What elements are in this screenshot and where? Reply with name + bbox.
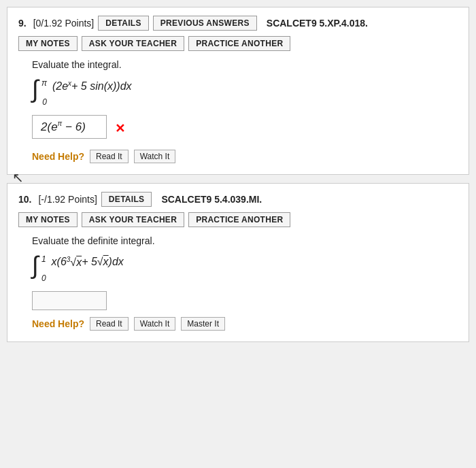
problem-2-code: SCALCET9 5.4.039.MI. [161,194,262,205]
problem-2-description: Evaluate the definite integral. [32,235,458,246]
my-notes-button-1[interactable]: MY NOTES [18,36,78,51]
need-help-row-1: Need Help? Read It Watch It [32,150,458,163]
my-notes-button-2[interactable]: MY NOTES [18,212,78,227]
integral-upper-2: 1 [41,254,46,264]
watch-it-button-1[interactable]: Watch It [134,150,176,163]
wrong-mark-1: ✕ [115,121,125,136]
answer-input-2[interactable] [32,291,107,310]
problem-1-code: SCALCET9 5.XP.4.018. [267,18,368,29]
integral-lower-2: 0 [41,273,46,283]
problem-1-body: Evaluate the integral. ∫ π 0 (2ex + 5 si… [18,59,458,163]
problem-1-toolbar: MY NOTES ASK YOUR TEACHER PRACTICE ANOTH… [18,36,458,51]
watch-it-button-2[interactable]: Watch It [134,317,176,331]
integral-symbol-container-2: ∫ 1 0 x(63√x + 5√x) dx [32,253,124,282]
problem-1: 9. [0/1.92 Points] DETAILS PREVIOUS ANSW… [7,7,469,175]
integral-integrand-2: x(63√x + 5√x) dx [52,256,124,269]
problem-2-integral: ∫ 1 0 x(63√x + 5√x) dx [32,253,458,282]
problem-1-integral: ∫ π 0 (2ex + 5 sin(x)) dx [32,77,458,105]
integral-symbol-container: ∫ π 0 (2ex + 5 sin(x)) dx [32,77,132,105]
problem-2-header: 10. [-/1.92 Points] DETAILS SCALCET9 5.4… [18,192,458,207]
problem-2: 10. [-/1.92 Points] DETAILS SCALCET9 5.4… [7,183,469,342]
problem-2-points: [-/1.92 Points] [38,194,97,205]
need-help-row-2: Need Help? Read It Watch It Master It [32,317,458,331]
problem-2-body: Evaluate the definite integral. ∫ 1 0 x(… [18,235,458,331]
integral-sign: ∫ [32,77,39,101]
master-it-button-2[interactable]: Master It [181,317,225,331]
integral-upper: π [41,78,47,88]
cursor-indicator: ↖ [12,169,24,186]
previous-answers-button-1[interactable]: PREVIOUS ANSWERS [153,16,257,31]
details-button-1[interactable]: DETAILS [98,16,149,31]
problem-1-points: [0/1.92 Points] [33,18,95,29]
ask-teacher-button-2[interactable]: ASK YOUR TEACHER [82,212,184,227]
read-it-button-2[interactable]: Read It [90,317,129,331]
integral-limits-2: 1 0 [40,254,46,283]
need-help-label-1: Need Help? [32,151,84,162]
integral-limits: π 0 [40,78,47,107]
answer-display-1: 2(eπ − 6) [32,115,107,139]
problem-1-description: Evaluate the integral. [32,59,458,70]
problem-2-number: 10. [18,194,31,205]
ask-teacher-button-1[interactable]: ASK YOUR TEACHER [82,36,184,51]
need-help-label-2: Need Help? [32,318,84,329]
practice-another-button-1[interactable]: PRACTICE ANOTHER [188,36,290,51]
details-button-2[interactable]: DETAILS [101,192,152,207]
problem-1-number: 9. [18,18,27,29]
integral-integrand-1: (2ex + 5 sin(x)) dx [52,80,132,93]
practice-another-button-2[interactable]: PRACTICE ANOTHER [188,212,290,227]
integral-lower: 0 [42,97,47,107]
integral-sign-2: ∫ [32,253,39,278]
problem-2-toolbar: MY NOTES ASK YOUR TEACHER PRACTICE ANOTH… [18,212,458,227]
read-it-button-1[interactable]: Read It [90,150,129,163]
answer-area-1: 2(eπ − 6) ✕ [32,115,458,143]
problem-1-header: 9. [0/1.92 Points] DETAILS PREVIOUS ANSW… [18,16,458,31]
